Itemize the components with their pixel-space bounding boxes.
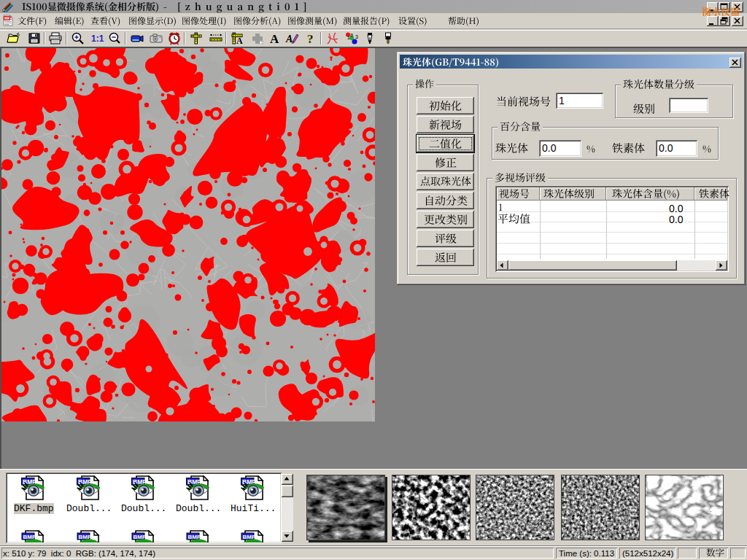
svg-text:DOC: DOC: [4, 17, 12, 20]
svg-text:BMP: BMP: [243, 534, 256, 540]
svg-text:A: A: [270, 32, 279, 45]
svg-text:A: A: [236, 36, 243, 45]
svg-text:BMP: BMP: [23, 534, 36, 540]
svg-text:?: ?: [307, 32, 314, 45]
svg-text:1:1: 1:1: [91, 34, 104, 44]
svg-text:A: A: [285, 34, 293, 44]
svg-text:3: 3: [355, 34, 358, 39]
svg-text:BMP: BMP: [133, 534, 147, 540]
svg-text:a: a: [350, 32, 353, 37]
svg-text:BMP: BMP: [188, 534, 201, 540]
svg-text:BMP: BMP: [79, 534, 92, 540]
